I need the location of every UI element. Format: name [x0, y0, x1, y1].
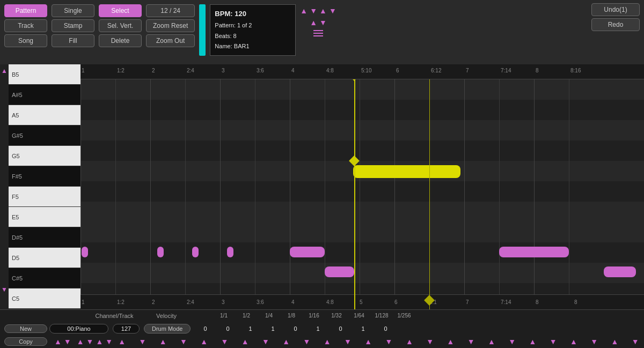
- note-ds5-3[interactable]: [192, 247, 199, 257]
- bottom-marker-7: 7: [466, 299, 469, 305]
- arr-b19[interactable]: ▲: [488, 337, 495, 346]
- arr-b22[interactable]: ▼: [550, 337, 557, 346]
- arr-b21[interactable]: ▲: [529, 337, 536, 346]
- transport-section: ▲ ▼ ▲ ▼ ▲ ▼: [300, 6, 336, 36]
- key-Ds5[interactable]: D#5: [9, 227, 80, 248]
- arr-b5[interactable]: ▲: [200, 337, 208, 346]
- row-D5: [80, 263, 644, 283]
- arr-down-1[interactable]: ▼: [64, 337, 71, 346]
- note-ds5-4[interactable]: [227, 247, 233, 257]
- key-D5[interactable]: D5: [9, 248, 80, 268]
- key-F5[interactable]: F5: [9, 187, 80, 207]
- redo-button[interactable]: Redo: [591, 18, 640, 31]
- arr-b25[interactable]: ▲: [611, 337, 619, 346]
- bottom-marker-2-4: 2:4: [187, 299, 194, 305]
- arrow-down2[interactable]: ▼: [319, 18, 327, 27]
- arr-b6[interactable]: ▼: [221, 337, 228, 346]
- q-label-1-64: 1/64: [349, 313, 369, 319]
- arr-b26[interactable]: ▼: [632, 337, 639, 346]
- bottom-marker-4: 4: [291, 299, 295, 305]
- arr-b10[interactable]: ▼: [303, 337, 311, 346]
- select-button[interactable]: Select: [99, 4, 142, 17]
- grid-area: 1 1:2 2 2:4 3 3:6 4 4:8 5:10 6 6:12 7 7:…: [80, 64, 644, 309]
- key-As5[interactable]: A#5: [9, 85, 80, 105]
- new-button[interactable]: New: [4, 324, 47, 333]
- zoom-button[interactable]: 12 / 24: [146, 4, 195, 17]
- arr-b9[interactable]: ▲: [282, 337, 290, 346]
- arr-b24[interactable]: ▼: [590, 337, 598, 346]
- arr-b11[interactable]: ▲: [324, 337, 331, 346]
- playhead: [354, 79, 355, 309]
- q-label-1-256: 1/256: [394, 313, 414, 319]
- zoom-out-button[interactable]: Zoom Out: [146, 34, 195, 47]
- fill-button[interactable]: Fill: [52, 34, 94, 47]
- arr-b1[interactable]: ▲: [118, 337, 126, 346]
- key-Gs5[interactable]: G#5: [9, 125, 80, 146]
- arr-b15[interactable]: ▲: [406, 337, 413, 346]
- song-button[interactable]: Song: [4, 34, 47, 47]
- notes-container[interactable]: [80, 79, 644, 309]
- arr-up-2[interactable]: ▲: [77, 337, 84, 346]
- arr-b14[interactable]: ▼: [385, 337, 393, 346]
- copy-button[interactable]: Copy: [4, 337, 47, 346]
- arr-b12[interactable]: ▼: [344, 337, 352, 346]
- note-d5-2[interactable]: [604, 266, 636, 277]
- arr-up-1[interactable]: ▲: [54, 337, 62, 346]
- arr-b16[interactable]: ▼: [426, 337, 434, 346]
- note-ds5-long1[interactable]: [290, 247, 325, 257]
- beats-info: Beats: 8: [215, 32, 291, 41]
- scroll-down-arrow[interactable]: ▼: [1, 286, 8, 293]
- arr-b18[interactable]: ▼: [467, 337, 475, 346]
- delete-button[interactable]: Delete: [99, 34, 142, 47]
- arr-up-3[interactable]: ▲: [96, 337, 103, 346]
- arr-down-3[interactable]: ▼: [105, 337, 113, 346]
- note-ds5-1[interactable]: [82, 247, 88, 257]
- bottom-marker-3-6: 3:6: [257, 299, 264, 305]
- key-C5[interactable]: C5: [9, 288, 80, 309]
- drum-mode-button[interactable]: Drum Mode: [144, 324, 191, 334]
- arrow-up2-left[interactable]: ▲: [310, 18, 317, 27]
- note-ds5-long2[interactable]: [499, 247, 569, 257]
- arr-b7[interactable]: ▲: [241, 337, 249, 346]
- bottom-marker-3: 3: [222, 299, 225, 305]
- scroll-up-arrow[interactable]: ▲: [1, 67, 8, 75]
- bottom-marker-6: 6: [394, 299, 398, 305]
- zoom-reset-button[interactable]: Zoom Reset: [146, 19, 195, 32]
- vline-4: [290, 79, 290, 309]
- key-Fs5[interactable]: F#5: [9, 166, 80, 187]
- arr-b23[interactable]: ▲: [570, 337, 577, 346]
- pattern-button[interactable]: Pattern: [4, 4, 47, 17]
- arr-b8[interactable]: ▼: [262, 337, 269, 346]
- stamp-button[interactable]: Stamp: [52, 19, 94, 32]
- q-val-1-1: 0: [195, 325, 215, 332]
- q-val-1-2: 0: [217, 325, 238, 332]
- arr-b3[interactable]: ▲: [159, 337, 167, 346]
- vline-6: [394, 79, 395, 309]
- arr-b4[interactable]: ▼: [180, 337, 187, 346]
- q-label-1-1: 1/1: [214, 313, 234, 319]
- row-A5: [80, 120, 644, 140]
- arr-b2[interactable]: ▼: [138, 337, 146, 346]
- key-G5[interactable]: G5: [9, 146, 80, 166]
- key-B5[interactable]: B5: [9, 64, 80, 85]
- bottom-marker-7-14: 7:14: [501, 299, 511, 305]
- arrow-up-right[interactable]: ▲: [319, 6, 327, 15]
- key-E5[interactable]: E5: [9, 207, 80, 227]
- note-g5-yellow[interactable]: [353, 165, 460, 178]
- note-ds5-2[interactable]: [157, 247, 164, 257]
- arr-b17[interactable]: ▲: [447, 337, 454, 346]
- arrow-up-left[interactable]: ▲: [300, 6, 308, 15]
- track-button[interactable]: Track: [4, 19, 47, 32]
- arr-b13[interactable]: ▲: [364, 337, 372, 346]
- note-d5-1[interactable]: [325, 266, 354, 277]
- sel-vert-button[interactable]: Sel. Vert.: [99, 19, 142, 32]
- arr-down-2[interactable]: ▼: [86, 337, 94, 346]
- undo-button[interactable]: Undo(1): [591, 3, 640, 16]
- arrow-down-left[interactable]: ▼: [310, 6, 317, 15]
- key-A5[interactable]: A5: [9, 105, 80, 125]
- key-Cs5[interactable]: C#5: [9, 268, 80, 288]
- single-button[interactable]: Single: [52, 4, 94, 17]
- arrow-down-right[interactable]: ▼: [329, 6, 336, 15]
- hamburger-menu[interactable]: [313, 30, 323, 36]
- arr-b20[interactable]: ▼: [508, 337, 516, 346]
